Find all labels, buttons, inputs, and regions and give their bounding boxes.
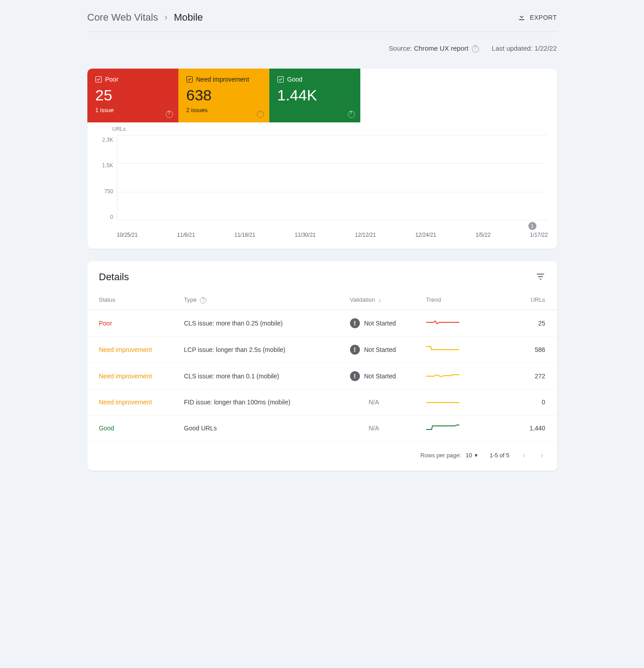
cell-urls: 0 bbox=[477, 389, 557, 415]
cell-urls: 272 bbox=[477, 363, 557, 389]
summary-card: Poor 25 1 issue Need improvement 638 2 i… bbox=[87, 69, 557, 249]
alert-icon: ! bbox=[350, 318, 360, 328]
chart-xticks: 10/25/2111/6/2111/18/2111/30/2112/12/211… bbox=[117, 232, 548, 238]
caret-down-icon: ▾ bbox=[475, 452, 478, 459]
pager-range: 1-5 of 5 bbox=[489, 452, 509, 459]
table-row[interactable]: Need improvementFID issue: longer than 1… bbox=[87, 389, 557, 415]
export-label: EXPORT bbox=[530, 14, 557, 21]
help-icon[interactable] bbox=[200, 297, 206, 304]
help-icon[interactable] bbox=[257, 111, 264, 118]
source-info: Source: Chrome UX report bbox=[389, 44, 480, 52]
col-validation[interactable]: Validation ↓ bbox=[338, 287, 415, 310]
col-type[interactable]: Type bbox=[173, 287, 338, 310]
download-icon bbox=[517, 13, 526, 23]
table-row[interactable]: PoorCLS issue: more than 0.25 (mobile)!N… bbox=[87, 310, 557, 336]
col-status[interactable]: Status bbox=[87, 287, 173, 310]
cell-trend bbox=[415, 389, 477, 415]
rows-per-page-select[interactable]: 10 ▾ bbox=[466, 452, 478, 459]
export-button[interactable]: EXPORT bbox=[517, 13, 557, 23]
help-icon[interactable] bbox=[472, 45, 479, 52]
details-table: Status Type Validation ↓ Trend URLs Poor… bbox=[87, 287, 557, 442]
cell-status: Need improvement bbox=[87, 363, 173, 389]
cell-type: Good URLs bbox=[173, 415, 338, 441]
cell-trend bbox=[415, 415, 477, 441]
help-icon[interactable] bbox=[166, 111, 173, 118]
prev-page-button[interactable]: ‹ bbox=[521, 449, 527, 462]
tile-label: Good bbox=[287, 76, 303, 83]
tile-value: 638 bbox=[186, 87, 261, 104]
checkbox-icon[interactable] bbox=[95, 76, 102, 82]
meta-row: Source: Chrome UX report Last updated: 1… bbox=[87, 32, 557, 69]
col-urls[interactable]: URLs bbox=[477, 287, 557, 310]
cell-validation: !Not Started bbox=[338, 363, 415, 389]
cell-status: Poor bbox=[87, 310, 173, 336]
tile-value: 1.44K bbox=[277, 87, 352, 104]
rows-per-page-label: Rows per page: bbox=[420, 452, 461, 459]
table-pager: Rows per page: 10 ▾ 1-5 of 5 ‹ › bbox=[87, 442, 557, 471]
tile-sub: 2 issues bbox=[186, 107, 261, 113]
cell-type: CLS issue: more than 0.1 (mobile) bbox=[173, 363, 338, 389]
cell-type: CLS issue: more than 0.25 (mobile) bbox=[173, 310, 338, 336]
filter-icon[interactable] bbox=[536, 272, 545, 283]
source-value[interactable]: Chrome UX report bbox=[414, 44, 468, 52]
cell-trend bbox=[415, 310, 477, 336]
table-row[interactable]: GoodGood URLsN/A1,440 bbox=[87, 415, 557, 441]
alert-icon: ! bbox=[350, 345, 360, 355]
tile-need-improvement[interactable]: Need improvement 638 2 issues bbox=[178, 69, 269, 122]
cell-validation: !Not Started bbox=[338, 336, 415, 363]
breadcrumb-root[interactable]: Core Web Vitals bbox=[87, 12, 158, 23]
chart-ylabel: URLs bbox=[112, 126, 548, 132]
breadcrumb-current: Mobile bbox=[174, 12, 203, 23]
cell-trend bbox=[415, 363, 477, 389]
next-page-button[interactable]: › bbox=[539, 449, 545, 462]
cell-validation: N/A bbox=[338, 415, 415, 441]
tile-value: 25 bbox=[95, 87, 170, 104]
chevron-right-icon: › bbox=[164, 12, 168, 23]
sort-down-icon: ↓ bbox=[378, 296, 381, 303]
checkbox-icon[interactable] bbox=[186, 76, 193, 82]
tile-label: Need improvement bbox=[196, 76, 249, 83]
help-icon[interactable] bbox=[348, 111, 355, 118]
cell-status: Need improvement bbox=[87, 389, 173, 415]
table-row[interactable]: Need improvementLCP issue: longer than 2… bbox=[87, 336, 557, 363]
tile-poor[interactable]: Poor 25 1 issue bbox=[87, 69, 178, 122]
chart-plot[interactable]: 1 bbox=[117, 135, 548, 220]
cell-urls: 1,440 bbox=[477, 415, 557, 441]
summary-tiles: Poor 25 1 issue Need improvement 638 2 i… bbox=[87, 69, 557, 122]
cell-validation: N/A bbox=[338, 389, 415, 415]
cell-trend bbox=[415, 336, 477, 363]
cell-validation: !Not Started bbox=[338, 310, 415, 336]
tile-sub: 1 issue bbox=[95, 107, 170, 113]
details-title: Details bbox=[99, 271, 129, 283]
cell-status: Need improvement bbox=[87, 336, 173, 363]
checkbox-icon[interactable] bbox=[277, 76, 284, 82]
urls-chart: URLs 2.3K1.5K7500 1 10/25/2111/6/2111/18… bbox=[87, 122, 557, 249]
chart-yticks: 2.3K1.5K7500 bbox=[96, 135, 117, 220]
col-trend[interactable]: Trend bbox=[415, 287, 477, 310]
breadcrumb: Core Web Vitals › Mobile bbox=[87, 12, 203, 23]
annotation-badge[interactable]: 1 bbox=[528, 222, 536, 230]
cell-type: FID issue: longer than 100ms (mobile) bbox=[173, 389, 338, 415]
tile-good[interactable]: Good 1.44K bbox=[269, 69, 360, 122]
cell-urls: 586 bbox=[477, 336, 557, 363]
last-updated: Last updated: 1/22/22 bbox=[492, 44, 557, 52]
cell-urls: 25 bbox=[477, 310, 557, 336]
cell-type: LCP issue: longer than 2.5s (mobile) bbox=[173, 336, 338, 363]
alert-icon: ! bbox=[350, 371, 360, 381]
details-card: Details Status Type Validation ↓ Trend bbox=[87, 261, 557, 471]
cell-status: Good bbox=[87, 415, 173, 441]
table-row[interactable]: Need improvementCLS issue: more than 0.1… bbox=[87, 363, 557, 389]
page-header: Core Web Vitals › Mobile EXPORT bbox=[87, 9, 557, 32]
tile-label: Poor bbox=[105, 76, 119, 83]
